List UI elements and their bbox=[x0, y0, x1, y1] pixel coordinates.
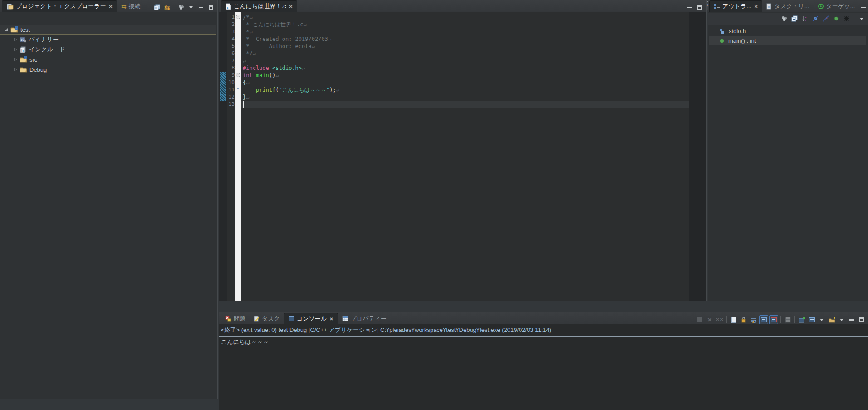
maximize-view-button[interactable] bbox=[857, 315, 866, 324]
close-icon[interactable]: ✕ bbox=[289, 4, 293, 9]
outline-view: アウトラ... ✕ タスク・リ... ターゲッ... bbox=[708, 0, 868, 301]
outline-item-label: main() : int bbox=[728, 37, 756, 44]
tree-item[interactable]: 10バイナリー bbox=[0, 35, 216, 44]
minimize-view-button[interactable] bbox=[859, 3, 868, 12]
filters-button[interactable] bbox=[842, 14, 851, 23]
expand-arrow-icon[interactable] bbox=[12, 57, 19, 62]
open-console-button[interactable] bbox=[827, 315, 836, 324]
close-icon[interactable]: ✕ bbox=[754, 4, 758, 9]
minimize-editor-button[interactable] bbox=[685, 3, 694, 12]
display-selected-console-button[interactable] bbox=[807, 315, 816, 324]
sort-button[interactable]: a z bbox=[800, 14, 809, 23]
collapse-all-button[interactable] bbox=[152, 3, 162, 12]
console-output[interactable]: こんにちは～～～ bbox=[221, 338, 269, 346]
show-console-on-stdout-button[interactable] bbox=[759, 315, 768, 324]
close-icon[interactable]: ✕ bbox=[109, 4, 113, 9]
hide-non-public-button[interactable] bbox=[832, 14, 841, 23]
line-number: 3 bbox=[227, 28, 235, 35]
expand-arrow-icon[interactable] bbox=[12, 47, 19, 52]
hide-fields-button[interactable] bbox=[811, 14, 820, 23]
console-output-line: こんにちは～～～ bbox=[221, 338, 269, 346]
eol-symbol: ↵ bbox=[336, 87, 339, 93]
word-wrap-button[interactable] bbox=[749, 315, 758, 324]
outline-item[interactable]: stdio.h bbox=[709, 26, 866, 36]
tab-problems[interactable]: 問題 bbox=[221, 313, 250, 324]
code-area[interactable]: /*↵ * こんにちは世界！.c↵ *↵ * Created on: 2019/… bbox=[241, 12, 689, 301]
show-console-on-stderr-button[interactable] bbox=[769, 315, 778, 324]
pin-console-button[interactable] bbox=[797, 315, 806, 324]
remove-icon: ✕ bbox=[707, 317, 712, 323]
toolbar-separator bbox=[780, 316, 781, 323]
console-tabbar: 問題 タスク コンソール ✕ bbox=[219, 312, 868, 324]
outline-menu-button[interactable] bbox=[857, 14, 866, 23]
tab-connections[interactable]: ⇆ 接続 bbox=[117, 0, 145, 12]
tree-item[interactable]: csrc bbox=[0, 54, 216, 64]
tab-console[interactable]: コンソール ✕ bbox=[284, 313, 338, 324]
minimize-view-button[interactable] bbox=[196, 3, 206, 12]
scroll-lock-button[interactable] bbox=[739, 315, 748, 324]
save-output-button[interactable] bbox=[783, 315, 792, 324]
remove-all-icon: ✕✕ bbox=[716, 317, 724, 322]
tab-project-explorer[interactable]: プロジェクト・エクスプローラー ✕ bbox=[2, 0, 117, 12]
view-menu-button[interactable] bbox=[186, 3, 196, 12]
tab-properties[interactable]: プロパティー bbox=[338, 313, 391, 324]
tree-item[interactable]: ctest bbox=[0, 25, 216, 35]
tab-outline[interactable]: アウトラ... ✕ bbox=[709, 0, 762, 12]
close-icon[interactable]: ✕ bbox=[329, 316, 333, 321]
tree-item-label: test bbox=[20, 26, 30, 33]
terminate-button[interactable] bbox=[695, 315, 704, 324]
open-console-icon bbox=[829, 317, 835, 323]
display-console-menu-button[interactable] bbox=[817, 315, 826, 324]
svg-text:c: c bbox=[25, 57, 26, 59]
collapse-all-icon bbox=[791, 15, 798, 22]
outline-icon bbox=[714, 4, 720, 10]
maximize-editor-button[interactable] bbox=[695, 3, 704, 12]
toolbar-separator bbox=[794, 316, 795, 323]
eol-symbol: ↵ bbox=[312, 43, 315, 49]
editor-content[interactable]: 12345678910111213 −−^ /*↵ * こんにちは世界！.c↵ … bbox=[219, 12, 706, 301]
console-view: 問題 タスク コンソール ✕ bbox=[219, 312, 868, 410]
line-number: 12 bbox=[227, 94, 235, 101]
expand-arrow-icon[interactable] bbox=[12, 37, 19, 42]
annotation-ruler[interactable] bbox=[219, 12, 227, 301]
expand-arrow-icon[interactable] bbox=[12, 67, 19, 72]
hide-static-button[interactable]: s bbox=[821, 14, 830, 23]
line-number-ruler[interactable]: 12345678910111213 bbox=[227, 12, 235, 301]
editor-tabbar: c こんにちは世界！.c ✕ bbox=[219, 0, 706, 12]
maximize-view-button[interactable] bbox=[206, 3, 216, 12]
maximize-icon bbox=[859, 317, 864, 322]
line-number: 1 bbox=[227, 14, 235, 21]
hide-non-public-icon bbox=[834, 16, 839, 21]
clear-console-button[interactable] bbox=[729, 315, 738, 324]
tab-task-list[interactable]: タスク・リ... bbox=[762, 0, 813, 12]
open-console-menu-button[interactable] bbox=[837, 315, 846, 324]
tree-item[interactable]: Debug bbox=[0, 64, 216, 74]
outline-list: stdio.hmain() : int bbox=[709, 26, 866, 45]
console-process-title: <終了> (exit value: 0) test Debug [C/C++ ア… bbox=[221, 326, 551, 334]
remove-launch-button[interactable]: ✕ bbox=[705, 315, 714, 324]
collapse-all-button[interactable] bbox=[790, 14, 799, 23]
fold-collapse-icon[interactable]: − bbox=[236, 15, 240, 19]
tree-item[interactable]: hインクルード bbox=[0, 44, 216, 54]
tab-targets[interactable]: ターゲッ... bbox=[814, 0, 859, 12]
line-number: 13 bbox=[227, 101, 235, 108]
floppy-icon bbox=[785, 317, 791, 323]
link-with-editor-button[interactable]: ⇆ bbox=[162, 3, 172, 12]
focus-on-working-set-button[interactable] bbox=[177, 3, 186, 12]
overview-ruler[interactable] bbox=[689, 12, 706, 301]
fold-collapse-icon[interactable]: − bbox=[236, 73, 240, 77]
console-toolbar: ✕ ✕✕ bbox=[695, 315, 866, 324]
focus-button[interactable] bbox=[780, 14, 789, 23]
remove-all-launches-button[interactable]: ✕✕ bbox=[715, 315, 724, 324]
folding-ruler[interactable]: −−^ bbox=[235, 12, 241, 301]
tab-editor-file[interactable]: c こんにちは世界！.c ✕ bbox=[221, 0, 297, 12]
minimize-view-button[interactable] bbox=[847, 315, 856, 324]
maximize-icon bbox=[697, 5, 702, 10]
folder-icon bbox=[20, 66, 27, 73]
properties-icon bbox=[342, 316, 348, 321]
c-file-icon: c bbox=[226, 3, 231, 10]
tab-tasks[interactable]: タスク bbox=[250, 313, 284, 324]
outline-item[interactable]: main() : int bbox=[709, 36, 866, 45]
c-source-folder-icon: c bbox=[20, 56, 27, 63]
collapse-arrow-icon[interactable] bbox=[3, 27, 10, 32]
